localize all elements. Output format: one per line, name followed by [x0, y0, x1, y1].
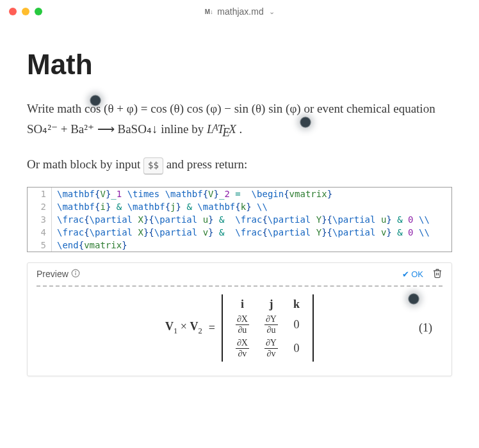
cursor-indicator-2: [300, 116, 311, 128]
para1-mid: or event chemical equation: [304, 102, 435, 115]
code-text: \frac{\partial X}{\partial u} & \frac{\p…: [52, 213, 435, 226]
latex-code-block[interactable]: 1 \mathbf{V}_1 \times \mathbf{V}_2 = \be…: [27, 187, 452, 252]
intro-paragraph-1[interactable]: Write math cos (θ + φ) = cos (θ) cos (φ)…: [27, 99, 452, 143]
para1-suffix2: .: [240, 122, 243, 136]
code-line-3[interactable]: 3 \frac{\partial X}{\partial u} & \frac{…: [28, 213, 451, 226]
line-number: 5: [28, 239, 52, 252]
para2-suffix: and press return:: [166, 157, 248, 171]
code-line-1[interactable]: 1 \mathbf{V}_1 \times \mathbf{V}_2 = \be…: [28, 188, 451, 200]
intro-paragraph-2[interactable]: Or math block by input $$ and press retu…: [27, 154, 452, 175]
math-preview-panel: Preview ✔ OK V1 × V2 =: [27, 262, 452, 376]
code-line-5[interactable]: 5 \end{vmatrix}: [28, 239, 451, 252]
line-number: 2: [28, 200, 52, 213]
code-text: \end{vmatrix}: [52, 239, 133, 252]
chevron-down-icon: ⌄: [269, 8, 275, 16]
equation-number: (1): [419, 321, 432, 335]
info-icon[interactable]: [71, 269, 80, 280]
rendered-equation: V1 × V2 = i j k ∂X∂u ∂Y∂u 0: [37, 296, 442, 360]
maximize-window-button[interactable]: [35, 8, 42, 15]
inline-chem-equation: SO₄²⁻ + Ba²⁺ ⟶ BaSO₄↓: [27, 122, 158, 136]
ok-label: OK: [411, 269, 423, 279]
preview-delete-button[interactable]: [432, 268, 442, 280]
filename-dropdown[interactable]: M↓ mathjax.md ⌄: [204, 6, 274, 17]
svg-point-2: [76, 271, 76, 271]
inline-math-trig: cos (θ + φ) = cos (θ) cos (φ) − sin (θ) …: [85, 102, 301, 115]
preview-label: Preview: [37, 269, 69, 279]
page-title: Math: [27, 49, 452, 81]
equals-sign: =: [209, 321, 215, 335]
document-content: Math Write math cos (θ + φ) = cos (θ) co…: [0, 23, 479, 389]
line-number: 4: [28, 226, 52, 239]
minimize-window-button[interactable]: [22, 8, 29, 15]
filename-text: mathjax.md: [217, 6, 263, 17]
code-text: \mathbf{V}_1 \times \mathbf{V}_2 = \begi…: [52, 188, 337, 200]
code-text: \frac{\partial X}{\partial v} & \frac{\p…: [52, 226, 435, 239]
para1-prefix: Write math: [27, 102, 85, 115]
para2-prefix: Or math block by input: [27, 157, 143, 171]
eq-lhs: V1 × V2: [165, 320, 202, 336]
determinant-matrix: i j k ∂X∂u ∂Y∂u 0 ∂X∂v ∂Y∂v 0: [222, 296, 314, 360]
check-icon: ✔: [402, 269, 409, 279]
code-text: \mathbf{i} & \mathbf{j} & \mathbf{k} \\: [52, 200, 273, 213]
para1-suffix1: inline by: [161, 122, 207, 136]
code-line-4[interactable]: 4 \frac{\partial X}{\partial v} & \frac{…: [28, 226, 451, 239]
window-titlebar: M↓ mathjax.md ⌄: [0, 0, 479, 23]
markdown-file-icon: M↓: [204, 7, 213, 16]
line-number: 1: [28, 188, 52, 200]
line-number: 3: [28, 213, 52, 226]
keyboard-hint: $$: [143, 157, 163, 175]
preview-ok-button[interactable]: ✔ OK: [402, 269, 423, 279]
traffic-lights: [9, 8, 42, 15]
close-window-button[interactable]: [9, 8, 17, 15]
preview-separator: [37, 285, 442, 287]
code-line-2[interactable]: 2 \mathbf{i} & \mathbf{j} & \mathbf{k} \…: [28, 200, 451, 213]
latex-logo: LATEX: [207, 122, 236, 136]
cursor-indicator-3: [408, 293, 419, 305]
